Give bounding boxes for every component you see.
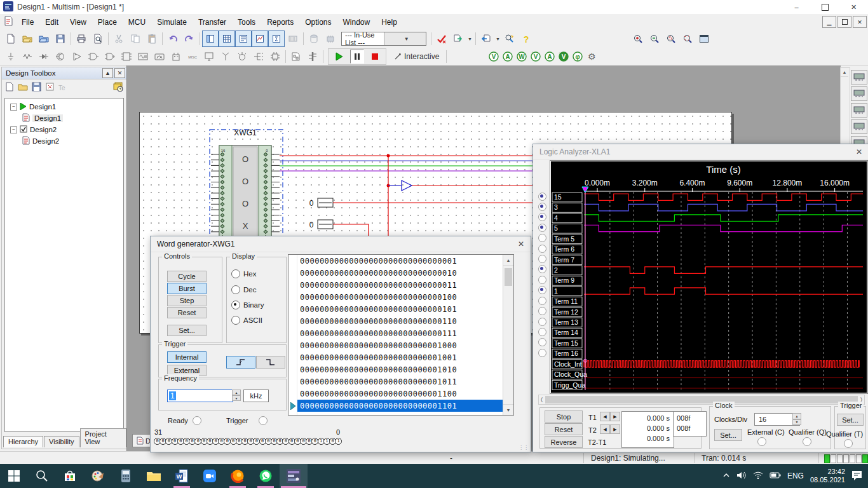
transfer-netlist-button[interactable]: [450, 30, 466, 47]
mdi-minimize-button[interactable]: ▁: [822, 16, 836, 28]
close-button[interactable]: ✕: [839, 0, 868, 14]
tree-node-design2-sheet[interactable]: Design2: [8, 135, 123, 147]
analyzer-terminal-11[interactable]: [538, 297, 546, 305]
t1-left-icon[interactable]: ◀: [600, 412, 610, 421]
radio-hex[interactable]: Hex: [231, 269, 256, 278]
word-row[interactable]: 00000000000000000000000000000001: [288, 255, 513, 267]
tab-visibility[interactable]: Visibility: [44, 436, 79, 447]
word-row[interactable]: 00000000000000000000000000001000: [288, 339, 513, 351]
erc-check-button[interactable]: [433, 30, 450, 47]
stop-simulation-button[interactable]: [367, 48, 383, 65]
group-mcu-button[interactable]: [267, 48, 283, 65]
menu-view[interactable]: View: [64, 18, 92, 27]
group-transistor-button[interactable]: [52, 48, 69, 65]
word-list-scrollbar[interactable]: ▲ ▼: [503, 255, 513, 415]
interactive-analysis-label[interactable]: Interactive: [394, 52, 439, 61]
tab-hierarchy[interactable]: Hierarchy: [3, 436, 43, 447]
word-row[interactable]: 00000000000000000000000000001110: [288, 412, 513, 416]
panel-collapse-button[interactable]: ▲: [102, 68, 113, 78]
group-misc-button[interactable]: MISC: [184, 48, 201, 65]
scrollbar-thumb[interactable]: [505, 268, 512, 286]
run-simulation-button[interactable]: [331, 48, 348, 65]
group-rf-button[interactable]: [217, 48, 234, 65]
group-source-button[interactable]: [3, 48, 19, 65]
transfer-back-button[interactable]: [478, 30, 494, 47]
toggle-breadboard-button[interactable]: [285, 30, 301, 47]
reset-button[interactable]: Reset: [167, 307, 207, 318]
analyzer-terminal-16[interactable]: [538, 349, 546, 357]
word-row[interactable]: 00000000000000000000000000000101: [288, 303, 513, 315]
menu-reports[interactable]: Reports: [261, 18, 299, 27]
burst-button[interactable]: Burst: [167, 283, 207, 294]
group-power-button[interactable]: [168, 48, 184, 65]
analyzer-terminal-14[interactable]: [538, 328, 546, 336]
instrument-wattmeter-button[interactable]: [851, 103, 867, 118]
find-example-button[interactable]: [501, 30, 518, 47]
group-analog-button[interactable]: [69, 48, 85, 65]
step-button[interactable]: Step: [167, 295, 207, 306]
redo-button[interactable]: [181, 30, 198, 47]
probe-w-button[interactable]: W: [515, 50, 529, 64]
taskbar-clock[interactable]: 23:42 08.05.2021: [810, 468, 845, 484]
waveform-hscrollbar[interactable]: 〈 〉: [538, 395, 865, 405]
wizard-database-button[interactable]: [306, 30, 322, 47]
tray-chevron-icon[interactable]: [722, 471, 730, 480]
analyzer-terminal-1[interactable]: [538, 193, 546, 201]
group-hierarchical-block-button[interactable]: [288, 48, 304, 65]
analyzer-terminal-9[interactable]: [538, 276, 546, 284]
logic-analyzer-titlebar[interactable]: Logic Analyzer-XLA1 ✕: [533, 144, 868, 160]
menu-transfer[interactable]: Transfer: [193, 18, 232, 27]
set-button[interactable]: Set...: [167, 325, 207, 336]
scrollbar-thumb[interactable]: [545, 396, 858, 403]
t2-right-icon[interactable]: ▶: [610, 424, 620, 434]
analyzer-terminal-15[interactable]: [538, 338, 546, 346]
resize-grip[interactable]: ⋮⋮: [519, 445, 529, 451]
analyzer-terminal-3[interactable]: [538, 213, 546, 221]
tree-node-label[interactable]: Design1: [29, 103, 56, 111]
probe-v--button[interactable]: V−: [557, 50, 571, 64]
panel-close-button[interactable]: ✕: [114, 68, 125, 78]
group-electromechanical-button[interactable]: [234, 48, 250, 65]
clocks-div-stepper[interactable]: ▲▼: [792, 413, 801, 425]
tab-project-view[interactable]: Project View: [80, 428, 126, 447]
menu-window[interactable]: Window: [337, 18, 376, 27]
analyzer-terminal-5[interactable]: [538, 234, 546, 242]
open-file-button[interactable]: [19, 30, 36, 47]
save-schematic-icon[interactable]: [32, 82, 41, 93]
zoom-fit-button[interactable]: [679, 30, 696, 47]
taskbar-whatsapp-icon[interactable]: [252, 464, 280, 488]
mdi-close-button[interactable]: ✕: [853, 16, 867, 28]
t1-right-icon[interactable]: ▶: [610, 412, 620, 421]
menu-edit[interactable]: Edit: [39, 18, 64, 27]
chevron-down-icon[interactable]: ▼: [496, 37, 500, 41]
group-diode-button[interactable]: [36, 48, 52, 65]
toggle-grapher-button[interactable]: [252, 30, 268, 47]
reverse-button[interactable]: Reverse: [545, 436, 583, 448]
collapse-icon[interactable]: −: [10, 126, 17, 133]
scroll-up-icon[interactable]: ▲: [841, 68, 848, 77]
pause-simulation-button[interactable]: [350, 50, 364, 64]
probe-v-button[interactable]: V: [487, 50, 501, 64]
tree-node-label[interactable]: Design2: [32, 137, 59, 145]
analyzer-terminal-6[interactable]: [538, 245, 546, 253]
taskbar-firefox-icon[interactable]: [224, 464, 252, 488]
word-pattern-list[interactable]: 0000000000000000000000000000000100000000…: [288, 254, 514, 416]
word-generator-titlebar[interactable]: Word generator-XWG1 ✕: [151, 236, 531, 252]
trigger-set-button[interactable]: Set...: [837, 414, 864, 426]
notification-center-icon[interactable]: [851, 470, 863, 483]
volume-icon[interactable]: [736, 471, 747, 482]
group-indicator-button[interactable]: [151, 48, 168, 65]
analyzer-terminal-4[interactable]: [538, 224, 546, 232]
taskbar-multisim-icon[interactable]: [280, 464, 308, 488]
word-generator-close-icon[interactable]: ✕: [512, 236, 531, 252]
menu-options[interactable]: Options: [299, 18, 337, 27]
toggle-design-toolbox-button[interactable]: [202, 30, 219, 47]
save-button[interactable]: [52, 30, 69, 47]
analyzer-terminal-8[interactable]: [538, 265, 546, 273]
tree-node-label[interactable]: Design1: [32, 114, 63, 122]
cut-button[interactable]: [111, 30, 127, 47]
group-peripherals-button[interactable]: [201, 48, 217, 65]
probe-av-button[interactable]: A: [543, 50, 557, 64]
instrument-multimeter-button[interactable]: [851, 70, 867, 85]
language-indicator[interactable]: ENG: [787, 471, 804, 480]
